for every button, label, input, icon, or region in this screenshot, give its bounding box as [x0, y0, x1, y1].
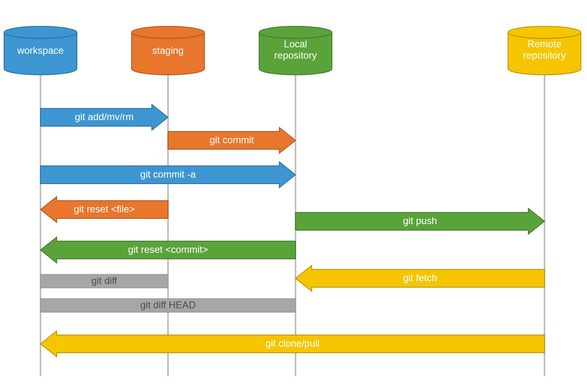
arrow-add: git add/mv/rm: [40, 104, 168, 130]
arrow-commit-label: git commit: [210, 134, 254, 145]
arrow-reset_file: git reset <file>: [40, 197, 168, 222]
arrow-add-label: git add/mv/rm: [75, 111, 134, 122]
arrow-fetch: git fetch: [296, 265, 544, 291]
cylinder-remote: Remoterepository: [508, 26, 581, 75]
git-workflow-diagram: workspacestagingLocalrepositoryRemoterep…: [0, 0, 587, 392]
svg-point-1: [132, 26, 204, 38]
cylinder-workspace: workspace: [4, 26, 77, 75]
bar-diff-label: git diff: [91, 275, 117, 286]
cylinder-local: Localrepository: [259, 26, 332, 75]
cylinder-remote-label: Remoterepository: [523, 38, 566, 61]
arrow-clonepull-label: git clone/pull: [266, 338, 319, 349]
bar-diff_head: git diff HEAD: [40, 299, 296, 312]
cylinder-workspace-label: workspace: [17, 45, 64, 56]
arrow-reset_c-label: git reset <commit>: [128, 244, 208, 255]
cylinder-staging: staging: [132, 26, 204, 75]
svg-point-3: [508, 26, 581, 38]
arrow-commit: git commit: [168, 127, 296, 153]
bar-diff_head-label: git diff HEAD: [140, 299, 196, 310]
arrow-reset_c: git reset <commit>: [40, 237, 296, 263]
arrow-commit_a: git commit -a: [40, 162, 296, 188]
arrow-push: git push: [296, 208, 544, 234]
arrow-fetch-label: git fetch: [403, 272, 437, 283]
arrow-reset_file-label: git reset <file>: [74, 203, 135, 214]
svg-point-0: [4, 26, 77, 38]
arrow-commit_a-label: git commit -a: [140, 169, 196, 180]
arrow-clonepull: git clone/pull: [40, 331, 544, 357]
arrow-push-label: git push: [403, 215, 437, 226]
svg-point-2: [259, 26, 332, 38]
cylinder-staging-label: staging: [152, 45, 183, 56]
bar-diff: git diff: [40, 274, 168, 288]
